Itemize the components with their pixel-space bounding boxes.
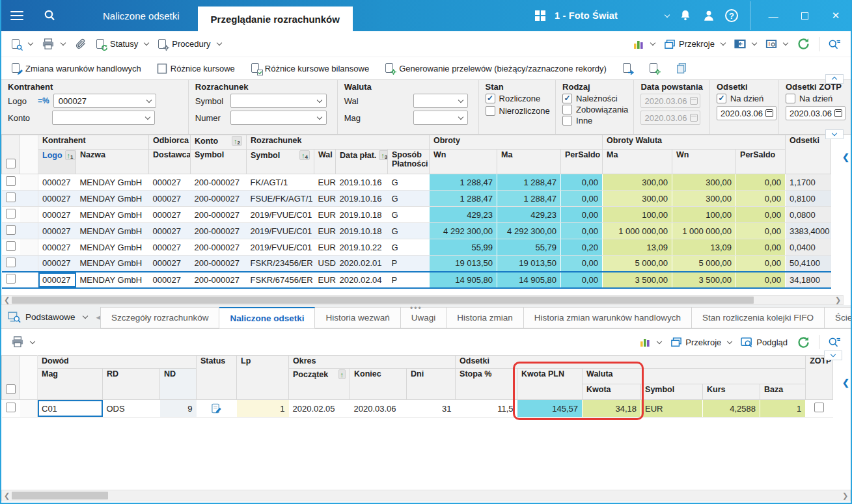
scrollbar-thumb[interactable]: [12, 492, 108, 499]
podglad-button[interactable]: Podgląd: [736, 334, 792, 350]
table-row[interactable]: 000027MENDAY GmbH000027200-000027FSKR/23…: [2, 256, 831, 272]
cell-w-ma[interactable]: 3 500,00: [603, 272, 672, 288]
cell-dostawca[interactable]: 000027: [149, 239, 191, 256]
cell-wn[interactable]: 1 288,47: [430, 174, 497, 191]
cell-odsetki[interactable]: 34,1800: [786, 272, 831, 288]
cell-baza[interactable]: 1: [760, 400, 806, 418]
cell-w-ma[interactable]: 300,00: [603, 191, 672, 207]
detail-select-all-checkbox[interactable]: [6, 384, 16, 394]
cell-sposob[interactable]: P: [388, 256, 430, 272]
column-header-kwota[interactable]: Kwota: [583, 384, 641, 400]
zotp-checkbox[interactable]: [814, 403, 824, 412]
app-tab-przegladanie-rozrachunkow[interactable]: Przeglądanie rozrachunków: [198, 7, 353, 31]
odsetki-date-field[interactable]: 2020.03.06: [717, 106, 776, 120]
row-checkbox[interactable]: [2, 400, 20, 418]
cell-ma[interactable]: 1 288,47: [497, 191, 561, 207]
column-header-poczatek[interactable]: Początek↑: [289, 369, 350, 400]
preview-button[interactable]: [7, 36, 37, 53]
cell-w-persaldo[interactable]: 0,00: [736, 272, 786, 288]
cell-data-plat[interactable]: 2020.02.04: [336, 272, 388, 288]
table-row[interactable]: 000027MENDAY GmbH000027200-0000272019/FV…: [2, 207, 831, 223]
group-header-obroty-waluta[interactable]: Obroty Waluta: [603, 135, 786, 150]
cell-konto[interactable]: 200-000027: [191, 223, 247, 239]
cell-nazwa[interactable]: MENDAY GmbH: [76, 272, 149, 288]
cell-w-persaldo[interactable]: 0,00: [736, 223, 786, 239]
cell-sposob[interactable]: G: [388, 207, 430, 223]
print-button[interactable]: [37, 36, 70, 53]
cell-data-plat[interactable]: 2020.02.01: [336, 256, 388, 272]
cell-dostawca[interactable]: 000027: [149, 223, 191, 239]
cell-nazwa[interactable]: MENDAY GmbH: [76, 207, 149, 223]
column-header-konto-symbol[interactable]: Symbol: [191, 150, 247, 174]
cell-wal[interactable]: EUR: [314, 272, 336, 288]
scrollbar-thumb[interactable]: [12, 297, 754, 304]
cell-lp[interactable]: 1: [237, 400, 289, 418]
cell-w-wn[interactable]: 13,09: [672, 239, 736, 256]
group-header-kontrahent[interactable]: Kontrahent: [38, 135, 149, 150]
detail-tab-1[interactable]: Szczegóły rozrachunków: [100, 307, 219, 328]
group-header-konto[interactable]: Konto↑2: [191, 135, 247, 150]
main-grid-hscrollbar[interactable]: ❮ ❯: [1, 295, 844, 305]
cell-nazwa[interactable]: MENDAY GmbH: [76, 223, 149, 239]
cell-konto[interactable]: 200-000027: [191, 191, 247, 207]
column-header-sposob[interactable]: Sposób Płatności: [388, 150, 430, 174]
row-checkbox[interactable]: [2, 272, 20, 288]
przekroje-button[interactable]: Przekroje: [659, 36, 730, 52]
column-header-ma[interactable]: Ma: [497, 150, 561, 174]
cell-konto[interactable]: 200-000027: [191, 174, 247, 191]
cell-persaldo[interactable]: 0,00: [561, 207, 603, 223]
cell-data-plat[interactable]: 2019.10.18: [336, 207, 388, 223]
group-header-odbiorca[interactable]: Odbiorca: [149, 135, 191, 150]
cell-persaldo[interactable]: 0,00: [561, 223, 603, 239]
cell-dostawca[interactable]: 000027: [149, 207, 191, 223]
cell-konto[interactable]: 200-000027: [191, 256, 247, 272]
detail-tab-8[interactable]: Ście: [825, 307, 852, 328]
column-header-dostawca[interactable]: Dostawca: [149, 150, 191, 174]
column-header-wal[interactable]: Wal: [314, 150, 336, 174]
attachments-button[interactable]: [70, 35, 91, 53]
cell-w-wn[interactable]: 300,00: [672, 191, 736, 207]
cell-w-ma[interactable]: 5 000,00: [603, 256, 672, 272]
cell-w-ma[interactable]: 13,09: [603, 239, 672, 256]
cell-sposob[interactable]: G: [388, 191, 430, 207]
cell-logo[interactable]: 000027: [38, 223, 76, 239]
cell-ma[interactable]: 55,79: [497, 239, 561, 256]
cell-logo[interactable]: 000027: [38, 256, 76, 272]
column-header-zotp[interactable]: ZOTP: [806, 356, 833, 400]
row-checkbox[interactable]: [2, 207, 20, 223]
cell-dostawca[interactable]: 000027: [149, 256, 191, 272]
cell-symbol[interactable]: FK/AGT/1: [247, 174, 314, 191]
table-row[interactable]: 000027MENDAY GmbH000027200-000027FSKR/67…: [2, 272, 831, 288]
cell-nd[interactable]: 9: [160, 400, 197, 418]
logo-operator[interactable]: =%: [38, 96, 49, 105]
cell-sposob[interactable]: G: [388, 223, 430, 239]
export-record-button[interactable]: [618, 60, 638, 77]
group-header-rozrachunek[interactable]: Rozrachunek: [247, 135, 430, 150]
cell-nazwa[interactable]: MENDAY GmbH: [76, 191, 149, 207]
cell-wn[interactable]: 4 292 300,00: [430, 223, 497, 239]
cell-w-ma[interactable]: 300,00: [603, 174, 672, 191]
cell-logo[interactable]: 000027: [38, 191, 76, 207]
alerts-settings-button[interactable]: !: [761, 36, 792, 51]
column-header-waluta-wn[interactable]: Wn: [672, 150, 736, 174]
detail-search-button[interactable]: [823, 334, 845, 351]
rozliczone-checkbox[interactable]: [486, 94, 495, 103]
detail-tab-7[interactable]: Stan rozliczenia kolejki FIFO: [692, 307, 825, 328]
cell-w-wn[interactable]: 300,00: [672, 174, 736, 191]
detail-chart-button[interactable]: [635, 334, 666, 351]
table-row[interactable]: 000027MENDAY GmbH000027200-0000272019/FV…: [2, 239, 831, 256]
group-header-dowod[interactable]: Dowód: [38, 356, 197, 369]
numer-combobox[interactable]: [230, 111, 327, 125]
filter-collapse-up-button[interactable]: [825, 74, 844, 84]
column-header-dni[interactable]: Dni: [407, 369, 456, 400]
cell-odsetki[interactable]: 0,0800: [786, 207, 831, 223]
select-all-checkbox[interactable]: [6, 159, 16, 168]
column-header-waluta-persaldo[interactable]: PerSaldo: [736, 150, 786, 174]
cell-data-plat[interactable]: 2019.10.16: [336, 174, 388, 191]
row-checkbox[interactable]: [2, 191, 20, 207]
cell-data-plat[interactable]: 2019.10.16: [336, 191, 388, 207]
splitter-handle[interactable]: •••: [410, 304, 422, 313]
user-profile-icon[interactable]: [702, 8, 716, 23]
nierozliczone-checkbox[interactable]: [486, 106, 495, 116]
detail-collapse-side-panel-icon[interactable]: ❮: [841, 374, 851, 391]
